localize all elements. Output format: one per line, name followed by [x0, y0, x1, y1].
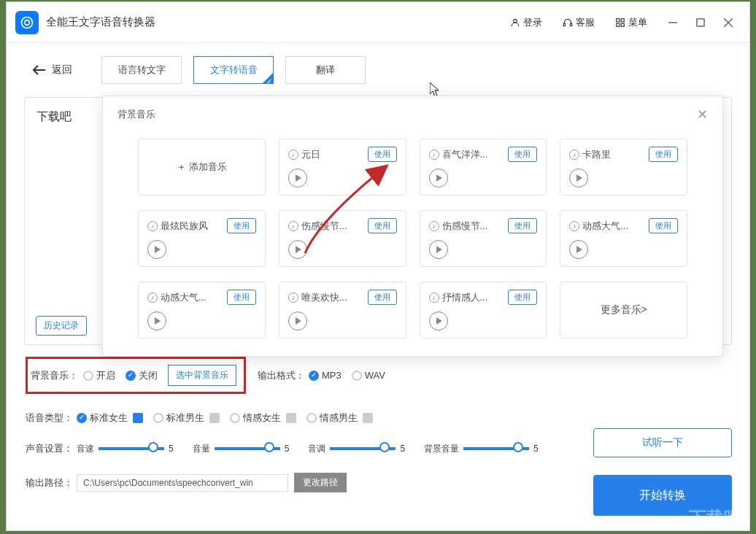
- headset-icon: [563, 18, 573, 28]
- note-icon: ♪: [288, 221, 298, 231]
- note-icon: ♪: [147, 221, 158, 231]
- preview-button[interactable]: 试听一下: [593, 428, 732, 457]
- music-card[interactable]: ♪抒情感人...使用: [420, 282, 547, 338]
- minimize-button[interactable]: [660, 12, 685, 34]
- user-icon: [510, 18, 520, 28]
- svg-rect-2: [563, 23, 565, 26]
- sound-label: 声音设置：: [26, 442, 77, 455]
- svg-point-1: [514, 19, 517, 23]
- arrow-left-icon: [33, 65, 46, 75]
- use-button[interactable]: 使用: [227, 290, 256, 305]
- note-icon: ♪: [429, 293, 439, 303]
- back-button[interactable]: 返回: [33, 63, 72, 77]
- app-title: 全能王文字语音转换器: [46, 15, 155, 29]
- svg-rect-5: [621, 18, 624, 21]
- note-icon: ♪: [429, 150, 439, 160]
- play-button[interactable]: [288, 312, 307, 330]
- svg-rect-9: [697, 19, 704, 26]
- slider-bgm-volume[interactable]: 背景音量5: [424, 443, 539, 455]
- bgm-off-radio[interactable]: 关闭: [126, 369, 158, 382]
- speaker-icon: [209, 413, 220, 423]
- tab-speech-to-text[interactable]: 语言转文字: [101, 56, 182, 84]
- change-path-button[interactable]: 更改路径: [294, 473, 347, 492]
- bgm-on-radio[interactable]: 开启: [83, 369, 115, 382]
- play-button[interactable]: [288, 169, 307, 187]
- history-button[interactable]: 历史记录: [36, 316, 87, 336]
- format-wav-radio[interactable]: WAV: [352, 370, 385, 381]
- speaker-icon: [286, 413, 296, 423]
- use-button[interactable]: 使用: [368, 147, 397, 162]
- play-button[interactable]: [429, 312, 448, 330]
- output-path-input[interactable]: [77, 474, 288, 492]
- voice-3-radio[interactable]: 情感男生: [306, 411, 373, 425]
- note-icon: ♪: [569, 150, 579, 160]
- tab-translate[interactable]: 翻译: [285, 56, 366, 84]
- grid-icon: [615, 18, 625, 28]
- voice-2-radio[interactable]: 情感女生: [230, 411, 296, 425]
- use-button[interactable]: 使用: [649, 218, 678, 233]
- convert-button[interactable]: 开始转换: [593, 475, 732, 516]
- play-button[interactable]: [429, 240, 448, 259]
- login-button[interactable]: 登录: [500, 12, 552, 34]
- play-button[interactable]: [569, 169, 588, 187]
- play-button[interactable]: [429, 169, 448, 187]
- tab-text-to-speech[interactable]: 文字转语音 ✓: [193, 56, 274, 84]
- add-music-card[interactable]: ＋ 添加音乐: [138, 139, 266, 196]
- svg-rect-7: [621, 23, 624, 26]
- use-button[interactable]: 使用: [649, 147, 678, 162]
- format-mp3-radio[interactable]: MP3: [309, 370, 342, 381]
- more-music-label: 更多音乐>: [601, 303, 647, 317]
- menu-button[interactable]: 菜单: [605, 12, 657, 34]
- svg-rect-3: [571, 23, 572, 26]
- speaker-icon: [133, 413, 143, 423]
- add-music-label: ＋ 添加音乐: [177, 160, 227, 174]
- music-card[interactable]: ♪伤感慢节...使用: [420, 210, 547, 267]
- play-button[interactable]: [288, 240, 307, 259]
- music-card[interactable]: ♪最炫民族风使用: [138, 210, 266, 267]
- music-card[interactable]: ♪动感大气...使用: [560, 210, 687, 267]
- select-bgm-button[interactable]: 选中背景音乐: [168, 365, 236, 386]
- note-icon: ♪: [288, 150, 298, 160]
- svg-point-0: [22, 17, 33, 28]
- slider-volume[interactable]: 音量5: [193, 443, 290, 455]
- use-button[interactable]: 使用: [368, 290, 397, 305]
- action-column: 试听一下 开始转换: [593, 428, 732, 516]
- output-label: 输出路径：: [26, 476, 77, 490]
- play-button[interactable]: [147, 312, 166, 330]
- note-icon: ♪: [429, 221, 439, 231]
- modal-close-button[interactable]: ✕: [697, 107, 708, 123]
- note-icon: ♪: [147, 293, 158, 303]
- use-button[interactable]: 使用: [227, 218, 256, 233]
- music-card[interactable]: ♪卡路里使用: [560, 139, 687, 196]
- voice-1-radio[interactable]: 标准男生: [153, 411, 220, 425]
- app-window: 全能王文字语音转换器 登录 客服 菜单 返回 语言转文字 文字转语音 ✓ 翻译: [6, 1, 750, 531]
- music-card[interactable]: ♪元日使用: [279, 139, 406, 196]
- voice-0-radio[interactable]: 标准女生: [77, 411, 143, 425]
- note-icon: ♪: [288, 293, 298, 303]
- speaker-icon: [363, 413, 373, 423]
- bgm-label: 背景音乐：: [28, 369, 83, 382]
- titlebar: 全能王文字语音转换器 登录 客服 菜单: [7, 2, 749, 43]
- more-music-card[interactable]: 更多音乐>: [560, 282, 687, 338]
- music-card[interactable]: ♪唯美欢快...使用: [279, 282, 406, 338]
- use-button[interactable]: 使用: [508, 147, 537, 162]
- music-card[interactable]: ♪动感大气...使用: [138, 282, 266, 338]
- slider-pitch[interactable]: 音调5: [308, 443, 405, 455]
- modal-title: 背景音乐: [117, 108, 155, 121]
- music-card[interactable]: ♪伤感慢节...使用: [279, 210, 406, 267]
- play-button[interactable]: [569, 240, 588, 259]
- svg-rect-4: [617, 18, 620, 21]
- maximize-button[interactable]: [688, 12, 713, 34]
- svg-rect-6: [617, 23, 620, 26]
- format-label: 输出格式：: [258, 369, 309, 382]
- use-button[interactable]: 使用: [368, 218, 397, 233]
- voice-label: 语音类型：: [26, 411, 77, 425]
- slider-speed[interactable]: 音速5: [77, 443, 174, 455]
- music-card[interactable]: ♪喜气洋洋...使用: [420, 139, 547, 196]
- bgm-highlight-box: 背景音乐： 开启 关闭 选中背景音乐: [26, 357, 246, 394]
- close-button[interactable]: [716, 12, 741, 34]
- support-button[interactable]: 客服: [552, 12, 605, 34]
- play-button[interactable]: [147, 240, 166, 259]
- use-button[interactable]: 使用: [508, 290, 537, 305]
- use-button[interactable]: 使用: [508, 218, 537, 233]
